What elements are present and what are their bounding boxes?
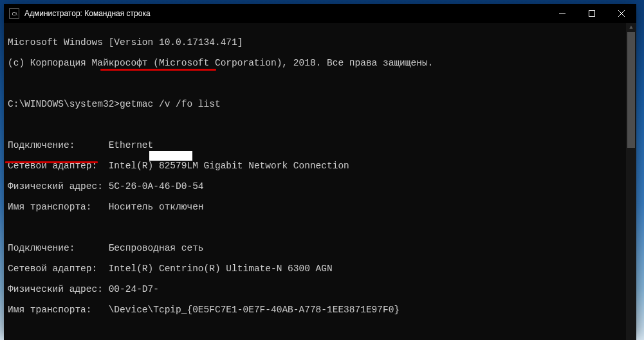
adapter2-transport: Имя транспорта: \Device\Tcpip_{0E5FC7E1-… [8, 305, 626, 315]
command-text: getmac /v /fo list [120, 99, 221, 109]
field-value: 5C-26-0A-46-D0-54 [109, 181, 204, 192]
field-label: Сетевой адаптер: [8, 264, 109, 274]
content-wrap: Microsoft Windows [Version 10.0.17134.47… [4, 23, 636, 340]
close-icon [618, 10, 625, 17]
field-value: Intel(R) Centrino(R) Ultimate-N 6300 AGN [109, 264, 333, 274]
field-value: Беспроводная сеть [109, 243, 204, 253]
vertical-scrollbar[interactable]: ▲ ▼ [626, 23, 636, 340]
field-value: Носитель отключен [109, 202, 204, 212]
minimize-icon [559, 10, 566, 17]
adapter2-connection: Подключение: Беспроводная сеть [8, 243, 626, 253]
version-line: Microsoft Windows [Version 10.0.17134.47… [8, 37, 626, 48]
annotation-redaction [149, 151, 192, 161]
blank-line [8, 222, 626, 233]
scrollbar-up-icon[interactable]: ▲ [626, 23, 636, 32]
prompt-line: C:\WINDOWS\system32>getmac /v /fo list [8, 99, 626, 109]
field-value: Intel(R) 82579LM Gigabit Network Connect… [109, 161, 349, 171]
copyright-line: (c) Корпорация Майкрософт (Microsoft Cor… [8, 58, 626, 68]
field-label: Подключение: [8, 140, 109, 150]
maximize-button[interactable] [577, 4, 607, 23]
maximize-icon [589, 10, 595, 17]
adapter1-transport: Имя транспорта: Носитель отключен [8, 202, 626, 212]
field-label: Подключение: [8, 243, 109, 253]
field-value: Ethernet [109, 140, 154, 150]
prompt-path: C:\WINDOWS\system32> [8, 99, 120, 109]
blank-line [8, 325, 626, 336]
adapter1-mac: Физический адрес: 5C-26-0A-46-D0-54 [8, 181, 626, 192]
field-value: \Device\Tcpip_{0E5FC7E1-0E7F-40AB-A778-1… [109, 305, 400, 315]
close-button[interactable] [607, 4, 636, 23]
field-label: Имя транспорта: [8, 202, 109, 212]
annotation-underline-mac [5, 161, 98, 163]
window-title: Администратор: Командная строка [23, 9, 547, 18]
adapter2-mac: Физический адрес: 00-24-D7- [8, 284, 626, 294]
cmd-icon: C:\ [9, 8, 19, 19]
adapter1-adapter: Сетевой адаптер: Intel(R) 82579LM Gigabi… [8, 161, 626, 171]
field-label: Имя транспорта: [8, 305, 109, 315]
field-value: 00-24-D7- [109, 284, 159, 294]
blank-line [8, 78, 626, 89]
blank-line [8, 120, 626, 130]
terminal-output[interactable]: Microsoft Windows [Version 10.0.17134.47… [4, 23, 626, 340]
minimize-button[interactable] [547, 4, 577, 23]
cmd-window: C:\ Администратор: Командная строка Micr… [4, 4, 636, 335]
field-label: Физический адрес: [8, 181, 109, 192]
field-label: Физический адрес: [8, 284, 109, 294]
adapter1-connection: Подключение: Ethernet [8, 140, 626, 150]
scrollbar-thumb[interactable] [627, 32, 635, 148]
titlebar[interactable]: C:\ Администратор: Командная строка [4, 4, 636, 23]
adapter2-adapter: Сетевой адаптер: Intel(R) Centrino(R) Ul… [8, 264, 626, 274]
svg-rect-1 [589, 11, 595, 17]
annotation-underline-cmd [100, 69, 216, 71]
